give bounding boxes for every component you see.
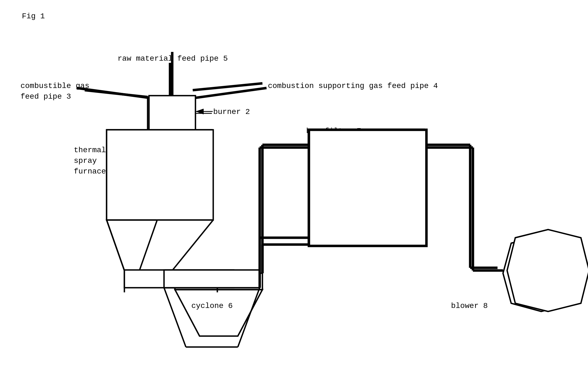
page: Fig 1 raw material feed pipe 5 combustib… [0, 0, 588, 391]
svg-line-25 [77, 88, 149, 98]
svg-rect-40 [309, 130, 426, 246]
svg-line-26 [195, 88, 267, 98]
svg-rect-28 [107, 130, 213, 220]
svg-rect-37 [164, 270, 260, 288]
diagram-svg-2 [0, 0, 588, 391]
svg-line-34 [164, 288, 186, 347]
svg-line-29 [107, 220, 124, 271]
svg-marker-44 [507, 230, 588, 311]
svg-rect-23 [149, 96, 195, 130]
svg-line-35 [238, 288, 260, 347]
svg-line-30 [172, 220, 213, 271]
